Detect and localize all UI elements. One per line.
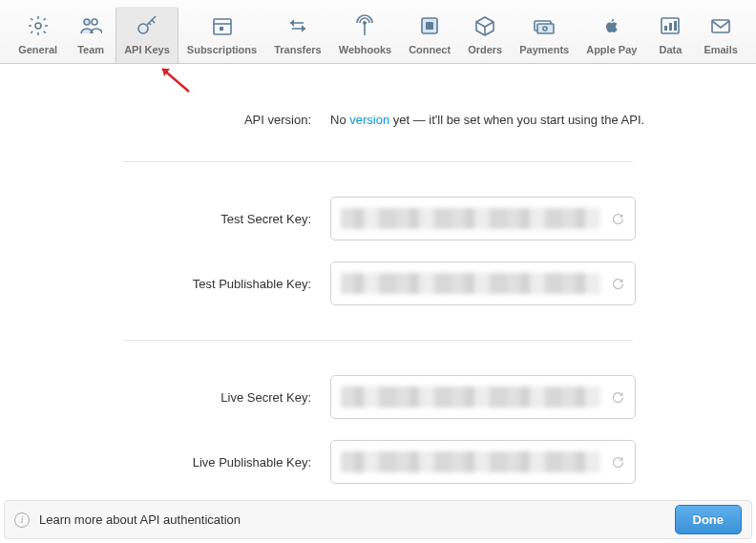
- tab-label: Team: [77, 44, 104, 55]
- test-publishable-label: Test Publishable Key:: [63, 277, 330, 291]
- tab-webhooks[interactable]: Webhooks: [330, 7, 400, 63]
- live-publishable-row: Live Publishable Key:: [63, 429, 693, 494]
- transfers-icon: [285, 13, 310, 38]
- svg-rect-12: [426, 22, 433, 30]
- test-secret-key-obscured: [341, 208, 600, 229]
- footer-info-link[interactable]: Learn more about API authentication: [39, 512, 241, 527]
- tab-label: Connect: [409, 44, 451, 55]
- tab-label: Transfers: [274, 44, 322, 55]
- info-icon: i: [14, 512, 30, 528]
- tab-apple-pay[interactable]: Apple Pay: [578, 7, 645, 63]
- svg-rect-6: [220, 27, 223, 31]
- live-secret-label: Live Secret Key:: [63, 390, 330, 405]
- calendar-icon: [210, 13, 235, 38]
- connect-icon: [417, 13, 442, 38]
- tab-label: Subscriptions: [187, 44, 257, 55]
- test-publishable-keybox[interactable]: [330, 261, 636, 305]
- svg-rect-20: [674, 21, 677, 31]
- svg-point-3: [138, 24, 148, 33]
- chart-icon: [658, 13, 682, 38]
- api-version-label: API version:: [63, 113, 330, 127]
- divider: [123, 161, 633, 162]
- tab-team[interactable]: Team: [66, 7, 116, 63]
- cash-icon: [532, 13, 556, 38]
- api-version-prefix: No: [330, 113, 349, 127]
- test-secret-keybox[interactable]: [330, 197, 636, 240]
- svg-marker-8: [302, 25, 305, 32]
- tab-label: Data: [659, 44, 682, 55]
- svg-rect-21: [712, 20, 729, 32]
- tab-label: Apple Pay: [586, 44, 637, 55]
- api-version-link[interactable]: version: [349, 113, 389, 127]
- key-icon: [135, 13, 159, 38]
- gear-icon: [26, 13, 51, 38]
- live-secret-keybox[interactable]: [330, 375, 636, 419]
- tab-data[interactable]: Data: [645, 7, 695, 63]
- tab-api-keys[interactable]: API Keys: [116, 7, 178, 63]
- settings-tabbar: General Team API Keys Subscriptions Tran…: [0, 0, 756, 64]
- svg-point-2: [92, 19, 97, 25]
- test-publishable-row: Test Publishable Key:: [63, 251, 693, 316]
- api-version-value: No version yet — it'll be set when you s…: [330, 113, 693, 127]
- tab-connect[interactable]: Connect: [400, 7, 459, 63]
- svg-point-1: [84, 19, 90, 25]
- tab-general[interactable]: General: [10, 7, 66, 63]
- apple-icon: [599, 13, 624, 38]
- api-version-suffix: yet — it'll be set when you start using …: [389, 113, 644, 127]
- test-secret-label: Test Secret Key:: [63, 212, 330, 226]
- refresh-icon[interactable]: [610, 211, 625, 226]
- test-publishable-key-obscured: [341, 273, 600, 294]
- svg-point-0: [35, 23, 41, 29]
- refresh-icon[interactable]: [610, 276, 625, 291]
- footer-bar: i Learn more about API authentication Do…: [4, 500, 752, 539]
- live-publishable-key-obscured: [341, 451, 600, 472]
- tab-label: Webhooks: [339, 44, 391, 55]
- live-secret-row: Live Secret Key:: [63, 365, 693, 429]
- refresh-icon[interactable]: [610, 389, 625, 405]
- tab-label: Orders: [468, 44, 502, 55]
- tab-emails[interactable]: Emails: [695, 7, 746, 63]
- tab-orders[interactable]: Orders: [459, 7, 511, 63]
- live-secret-key-obscured: [341, 386, 600, 407]
- svg-rect-19: [669, 23, 672, 31]
- live-publishable-keybox[interactable]: [330, 440, 636, 484]
- refresh-icon[interactable]: [610, 454, 625, 470]
- svg-rect-18: [664, 26, 667, 31]
- svg-rect-15: [537, 24, 554, 33]
- tab-label: Payments: [519, 44, 569, 55]
- test-secret-row: Test Secret Key:: [63, 186, 693, 251]
- divider: [123, 340, 633, 341]
- box-icon: [472, 13, 497, 38]
- tab-subscriptions[interactable]: Subscriptions: [178, 7, 265, 63]
- svg-marker-7: [290, 19, 294, 27]
- done-button[interactable]: Done: [675, 505, 743, 534]
- api-keys-panel: API version: No version yet — it'll be s…: [0, 64, 756, 494]
- tab-label: API Keys: [124, 44, 170, 55]
- people-icon: [78, 13, 103, 38]
- broadcast-icon: [352, 13, 377, 38]
- live-publishable-label: Live Publishable Key:: [63, 455, 330, 470]
- tab-label: Emails: [704, 44, 737, 55]
- tab-payments[interactable]: Payments: [511, 7, 578, 63]
- tab-transfers[interactable]: Transfers: [265, 7, 330, 63]
- api-version-row: API version: No version yet — it'll be s…: [63, 102, 693, 137]
- tab-label: General: [18, 44, 57, 55]
- svg-point-9: [363, 21, 367, 25]
- envelope-icon: [708, 13, 733, 38]
